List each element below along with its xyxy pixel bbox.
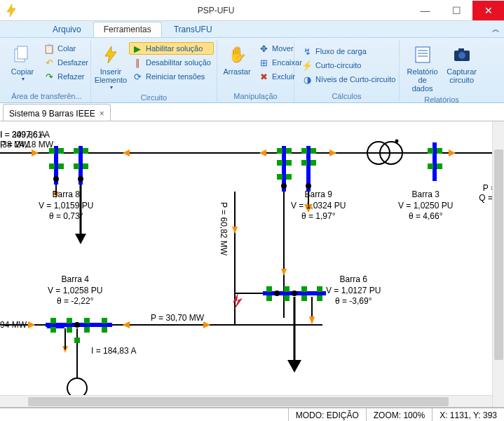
desabilitar-solucao-button[interactable]: ∥ Desabilitar solução	[129, 56, 214, 69]
niveis-curto-button[interactable]: ◑ Níveis de Curto-circuito	[299, 73, 398, 86]
svg-marker-10	[32, 149, 39, 156]
document-tab[interactable]: Sistema 9 Barras IEEE ×	[3, 104, 111, 121]
collapse-ribbon-button[interactable]: ︽	[492, 24, 500, 34]
title-bar: PSP-UFU — ☐ ✕	[0, 0, 504, 21]
svg-rect-32	[277, 148, 282, 154]
play-icon: ▶	[132, 43, 143, 54]
colar-button[interactable]: 📋 Colar	[41, 42, 91, 55]
diagram-canvas[interactable]: ,38 MW P = 24,18 MW I = 209,86 A I = 349…	[0, 121, 504, 408]
svg-point-75	[74, 322, 80, 328]
capturar-circuito-button[interactable]: Capturar circuito	[444, 42, 479, 86]
vertical-scrollbar[interactable]	[492, 121, 504, 407]
desfazer-button[interactable]: ↶ Desfazer	[41, 56, 91, 69]
svg-rect-85	[284, 295, 290, 301]
group-label-manip: Manipulação	[222, 91, 290, 102]
svg-marker-62	[123, 321, 130, 328]
svg-point-80	[67, 378, 87, 396]
chevron-down-icon: ▾	[22, 76, 25, 82]
svg-marker-11	[123, 149, 130, 156]
bus3-label: Barra 3 V = 1,0250 PU θ = 4,66°	[398, 189, 453, 222]
svg-rect-82	[266, 286, 272, 292]
svg-marker-96	[309, 316, 315, 325]
inserir-elemento-button[interactable]: Inserir Elemento ▾	[95, 42, 126, 92]
svg-rect-83	[266, 295, 272, 301]
app-icon	[4, 4, 18, 18]
bus8-label: Barra 8 V = 1,0159 PU θ = 0,73°	[39, 189, 93, 222]
svg-rect-17	[58, 148, 64, 154]
svg-point-59	[395, 140, 399, 143]
flow-label: P = 30,70 MW	[151, 313, 204, 323]
redo-icon: ↷	[43, 71, 55, 82]
move-icon: ✥	[258, 43, 269, 54]
hand-icon: ✋	[226, 44, 248, 66]
svg-marker-51	[281, 269, 287, 276]
svg-marker-12	[259, 149, 266, 156]
snap-icon: ⊞	[258, 57, 269, 68]
group-label-calc: Cálculos	[299, 91, 395, 102]
paste-icon: 📋	[43, 43, 55, 54]
svg-rect-89	[317, 295, 322, 301]
arrastar-button[interactable]: ✋ Arrastar	[222, 42, 252, 77]
svg-point-44	[306, 183, 311, 189]
svg-rect-86	[301, 286, 307, 292]
svg-rect-8	[458, 48, 464, 51]
tab-transufu[interactable]: TransUFU	[163, 22, 223, 37]
status-coords: X: 1131, Y: 393	[432, 408, 504, 421]
copy-icon	[11, 44, 34, 66]
bus9-label: Barra 9 V = 1,0324 PU θ = 1,97°	[291, 189, 346, 222]
svg-rect-41	[311, 148, 316, 154]
svg-rect-37	[286, 174, 292, 180]
levels-icon: ◑	[301, 74, 313, 85]
tab-arquivo[interactable]: Arquivo	[42, 22, 92, 37]
svg-rect-70	[67, 327, 72, 333]
svg-rect-19	[58, 163, 64, 169]
flow-icon: ↯	[301, 46, 313, 57]
window-title: PSP-UFU	[22, 6, 409, 15]
flow-label: 94 MW	[0, 320, 27, 330]
svg-rect-1	[18, 46, 27, 59]
minimize-button[interactable]: —	[409, 1, 441, 20]
svg-rect-25	[83, 163, 88, 169]
curto-circuito-button[interactable]: ⚡ Curto-circuito	[299, 59, 398, 72]
chevron-down-icon: ▾	[110, 84, 113, 91]
group-label-clipboard: Área de transferên...	[7, 91, 86, 102]
status-mode: MODO: EDIÇÃO	[288, 408, 366, 421]
maximize-button[interactable]: ☐	[441, 1, 472, 20]
refresh-icon: ⟳	[132, 71, 143, 82]
pause-icon: ∥	[132, 57, 143, 68]
svg-marker-13	[329, 149, 336, 156]
tab-close-icon[interactable]: ×	[100, 109, 104, 119]
habilitar-solucao-button[interactable]: ▶ Habilitar solução	[129, 42, 214, 55]
fluxo-carga-button[interactable]: ↯ Fluxo de carga	[299, 45, 398, 58]
svg-rect-74	[102, 327, 107, 333]
svg-rect-23	[83, 148, 88, 154]
report-icon	[411, 44, 434, 66]
flow-label: I = 3497,61 A	[0, 130, 50, 140]
svg-marker-63	[203, 321, 210, 328]
svg-point-7	[458, 52, 465, 59]
document-tabs: Sistema 9 Barras IEEE ×	[0, 103, 504, 121]
svg-rect-36	[277, 174, 282, 180]
bolt-icon	[100, 44, 122, 66]
camera-icon	[451, 44, 473, 66]
svg-rect-73	[102, 318, 107, 323]
tab-ferramentas[interactable]: Ferramentas	[93, 22, 162, 37]
svg-rect-88	[317, 286, 322, 292]
svg-marker-28	[75, 234, 86, 244]
reiniciar-tensoes-button[interactable]: ⟳ Reiniciar tensões	[129, 70, 214, 83]
horizontal-scrollbar[interactable]	[0, 395, 492, 407]
flow-label: P = 60,82 MW	[219, 202, 229, 255]
svg-rect-77	[74, 338, 80, 343]
svg-marker-50	[232, 227, 238, 234]
svg-rect-84	[284, 286, 290, 292]
copiar-button[interactable]: Copiar ▾	[7, 42, 38, 83]
flow-label: I = 184,83 A	[91, 346, 136, 356]
svg-rect-40	[301, 148, 307, 154]
relatorio-dados-button[interactable]: Relatório de dados	[404, 42, 441, 94]
refazer-button[interactable]: ↷ Refazer	[41, 70, 91, 83]
svg-rect-42	[301, 160, 307, 166]
svg-point-20	[53, 176, 59, 182]
svg-rect-72	[84, 327, 90, 333]
svg-marker-94	[287, 360, 301, 373]
close-button[interactable]: ✕	[472, 1, 504, 20]
